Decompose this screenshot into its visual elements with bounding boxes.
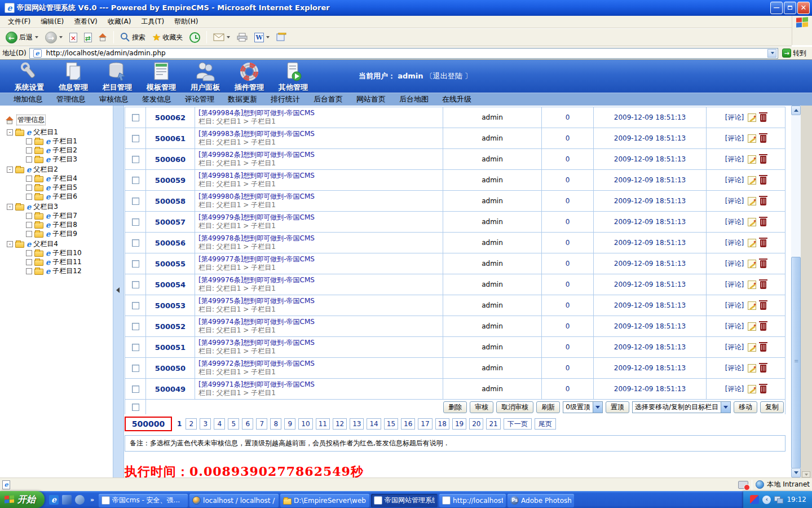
- tree-node[interactable]: e 子栏目4: [26, 174, 113, 183]
- page-button[interactable]: 3: [200, 418, 211, 430]
- row-id[interactable]: 500056: [146, 233, 195, 253]
- tree-expander-icon[interactable]: [26, 259, 32, 265]
- tree-root[interactable]: 管理信息: [6, 115, 113, 125]
- row-title-link[interactable]: [第499973条]想到即可做到-帝国CMS: [198, 339, 315, 347]
- tree-node[interactable]: - e 父栏目4: [7, 239, 113, 248]
- refresh-button[interactable]: ⇄: [82, 32, 94, 43]
- row-checkbox[interactable]: [132, 218, 139, 226]
- tree-expander-icon[interactable]: [26, 250, 32, 256]
- print-button[interactable]: [235, 32, 250, 43]
- tree-node[interactable]: e 子栏目1: [26, 137, 113, 146]
- edit-icon[interactable]: [748, 197, 756, 205]
- page-button[interactable]: 21: [486, 418, 500, 430]
- row-title-link[interactable]: [第499982条]想到即可做到-帝国CMS: [198, 151, 315, 159]
- select-all-checkbox[interactable]: [132, 404, 139, 411]
- page-button[interactable]: 7: [256, 418, 267, 430]
- row-title-link[interactable]: [第499980条]想到即可做到-帝国CMS: [198, 192, 315, 201]
- delete-icon[interactable]: [760, 260, 766, 268]
- page-button[interactable]: 12: [333, 418, 347, 430]
- row-id[interactable]: 500057: [146, 212, 195, 232]
- sidebar-splitter[interactable]: [113, 106, 124, 478]
- row-title-link[interactable]: [第499974条]想到即可做到-帝国CMS: [198, 318, 315, 326]
- task-button[interactable]: Ps Adobe Photoshop: [508, 494, 574, 507]
- scroll-up-button[interactable]: [791, 106, 801, 115]
- tree-node[interactable]: e 子栏目3: [26, 155, 113, 164]
- comment-link[interactable]: [评论]: [725, 280, 744, 290]
- favorites-button[interactable]: ★ 收藏夹: [150, 30, 185, 44]
- comment-link[interactable]: [评论]: [725, 364, 744, 373]
- tray-app-icon[interactable]: [750, 495, 759, 504]
- page-button[interactable]: 2: [186, 418, 197, 430]
- edit-icon[interactable]: [748, 176, 756, 185]
- tree-expander-icon[interactable]: [26, 176, 32, 182]
- tree-expander-icon[interactable]: [26, 231, 32, 237]
- row-comment-count[interactable]: 0: [542, 379, 594, 399]
- tree-expander-icon[interactable]: -: [7, 167, 13, 173]
- restore-button[interactable]: [784, 2, 796, 14]
- tree-expander-icon[interactable]: [26, 213, 32, 219]
- row-checkbox[interactable]: [132, 365, 139, 372]
- task-button[interactable]: http://localhost/e/Lo...: [439, 494, 506, 507]
- row-comment-count[interactable]: 0: [542, 295, 594, 316]
- subnav-item[interactable]: 审核信息: [99, 94, 129, 104]
- row-comment-count[interactable]: 0: [542, 170, 594, 190]
- page-button[interactable]: 18: [435, 418, 449, 430]
- edit-icon[interactable]: [748, 385, 756, 393]
- subnav-item[interactable]: 签发信息: [142, 94, 171, 104]
- delete-icon[interactable]: [760, 302, 766, 310]
- edit-icon[interactable]: [748, 364, 756, 373]
- tree-node[interactable]: - e 父栏目1: [7, 128, 113, 137]
- edit-word-button[interactable]: W: [252, 32, 272, 43]
- select-arrow-icon[interactable]: [721, 402, 730, 413]
- tree-expander-icon[interactable]: [26, 222, 32, 228]
- row-comment-count[interactable]: 0: [542, 316, 594, 336]
- comment-link[interactable]: [评论]: [725, 176, 744, 185]
- menu-item[interactable]: 收藏(A): [103, 16, 136, 28]
- row-comment-count[interactable]: 0: [542, 337, 594, 357]
- task-button[interactable]: D:\EmpireServer\web...: [280, 494, 369, 507]
- privacy-report-icon[interactable]: [738, 481, 748, 489]
- logout-link[interactable]: 〔退出登陆 〕: [426, 72, 472, 80]
- row-comment-count[interactable]: 0: [542, 191, 594, 211]
- tree-node[interactable]: e 子栏目5: [26, 183, 113, 192]
- menu-item[interactable]: 工具(T): [136, 16, 169, 28]
- history-button[interactable]: [187, 31, 202, 44]
- page-button[interactable]: 5: [228, 418, 239, 430]
- comment-link[interactable]: [评论]: [725, 343, 744, 352]
- subnav-item[interactable]: 在线升级: [442, 94, 471, 104]
- menu-item[interactable]: 查看(V): [69, 16, 102, 28]
- row-checkbox[interactable]: [132, 177, 139, 184]
- edit-icon[interactable]: [748, 218, 756, 226]
- page-button[interactable]: 9: [284, 418, 295, 430]
- comment-link[interactable]: [评论]: [725, 196, 744, 206]
- nav-other-management[interactable]: 其他管理: [279, 60, 308, 93]
- row-title-link[interactable]: [第499984条]想到即可做到-帝国CMS: [198, 109, 315, 117]
- page-button[interactable]: 6: [242, 418, 253, 430]
- delete-icon[interactable]: [760, 323, 766, 331]
- row-comment-count[interactable]: 0: [542, 107, 594, 128]
- row-id[interactable]: 500054: [146, 274, 195, 295]
- row-checkbox[interactable]: [132, 323, 139, 330]
- nav-category-management[interactable]: 栏目管理: [103, 60, 132, 93]
- mail-dropdown-icon[interactable]: [227, 36, 230, 38]
- comment-link[interactable]: [评论]: [725, 134, 744, 143]
- copy-button[interactable]: 复制: [760, 401, 784, 413]
- row-id[interactable]: 500050: [146, 358, 195, 378]
- scrollbar-thumb[interactable]: [791, 257, 801, 468]
- tree-node[interactable]: - e 父栏目3: [7, 202, 113, 211]
- comment-link[interactable]: [评论]: [725, 238, 744, 248]
- row-checkbox[interactable]: [132, 135, 139, 142]
- row-title-link[interactable]: [第499976条]想到即可做到-帝国CMS: [198, 276, 315, 284]
- subnav-item[interactable]: 后台地图: [399, 94, 429, 104]
- row-comment-count[interactable]: 0: [542, 212, 594, 232]
- close-button[interactable]: ✕: [797, 2, 810, 14]
- url-text[interactable]: http://localhost/e/admin/admin.php: [46, 49, 765, 57]
- comment-link[interactable]: [评论]: [725, 259, 744, 269]
- subnav-item[interactable]: 数据更新: [228, 94, 257, 104]
- tree-node[interactable]: e 子栏目2: [26, 146, 113, 155]
- tree-node[interactable]: e 子栏目9: [26, 229, 113, 238]
- nav-info-management[interactable]: 信息管理: [59, 60, 88, 93]
- tree-node[interactable]: - e 父栏目2: [7, 165, 113, 174]
- collapse-arrow-icon[interactable]: [116, 287, 120, 293]
- home-button[interactable]: [96, 32, 109, 42]
